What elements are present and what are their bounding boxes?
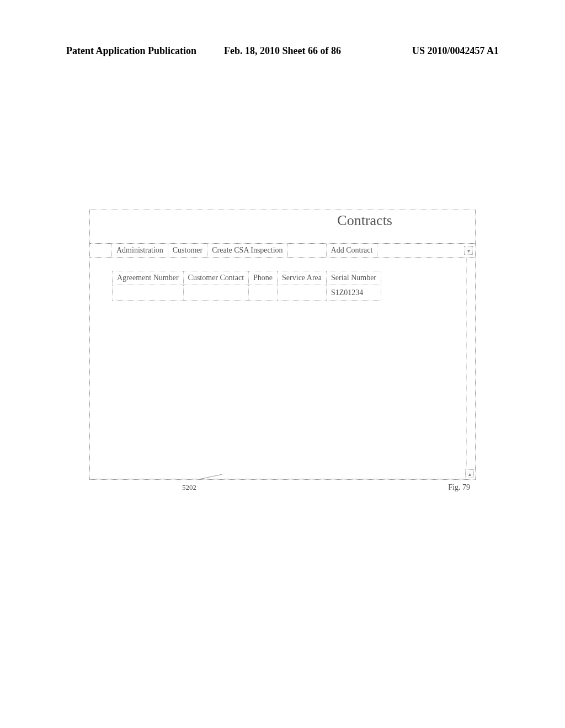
figure-label: Fig. 79 bbox=[448, 483, 470, 492]
header-publication: Patent Application Publication bbox=[66, 45, 196, 57]
cell-agreement-number bbox=[113, 285, 184, 301]
customer-button[interactable]: Customer bbox=[168, 244, 207, 257]
col-service-area: Service Area bbox=[278, 271, 327, 285]
cell-serial-number: S1Z01234 bbox=[327, 285, 381, 301]
page-title: Contracts bbox=[337, 212, 392, 229]
administration-button[interactable]: Administration bbox=[111, 244, 168, 257]
table-row[interactable]: S1Z01234 bbox=[113, 285, 381, 301]
app-window: Contracts Administration Customer Create… bbox=[89, 210, 476, 480]
page-header: Patent Application Publication Feb. 18, … bbox=[66, 45, 499, 57]
header-patent-number: US 2010/0042457 A1 bbox=[412, 45, 499, 57]
cell-customer-contact bbox=[183, 285, 249, 301]
header-date-sheet: Feb. 18, 2010 Sheet 66 of 86 bbox=[224, 45, 341, 57]
scroll-up-icon[interactable]: ▾ bbox=[464, 246, 473, 255]
scrollbar-track[interactable] bbox=[466, 258, 475, 468]
col-agreement-number: Agreement Number bbox=[113, 271, 184, 285]
cell-service-area bbox=[278, 285, 327, 301]
create-csa-inspection-button[interactable]: Create CSA Inspection bbox=[207, 244, 287, 257]
col-phone: Phone bbox=[249, 271, 278, 285]
contracts-table: Agreement Number Customer Contact Phone … bbox=[112, 271, 381, 301]
table-header-row: Agreement Number Customer Contact Phone … bbox=[113, 271, 381, 285]
col-serial-number: Serial Number bbox=[327, 271, 381, 285]
cell-phone bbox=[249, 285, 278, 301]
toolbar: Administration Customer Create CSA Inspe… bbox=[90, 243, 475, 258]
col-customer-contact: Customer Contact bbox=[183, 271, 249, 285]
scroll-down-icon[interactable]: ▴ bbox=[465, 469, 474, 478]
content-area: Agreement Number Customer Contact Phone … bbox=[90, 258, 466, 479]
reference-number: 5202 bbox=[182, 483, 196, 492]
add-contract-button[interactable]: Add Contract bbox=[326, 244, 378, 257]
